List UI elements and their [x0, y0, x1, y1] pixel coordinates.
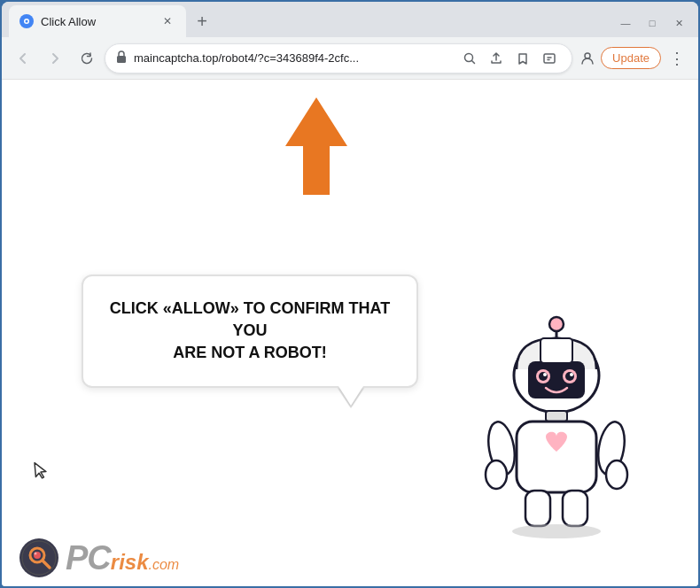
pcrisk-logo-icon — [19, 538, 58, 577]
bubble-text: CLICK «ALLOW» TO CONFIRM THAT YOU ARE NO… — [108, 298, 392, 365]
svg-point-9 — [549, 317, 564, 331]
svg-rect-3 — [117, 56, 126, 63]
svg-rect-24 — [525, 491, 550, 526]
pcrisk-logo-svg — [21, 540, 57, 576]
svg-rect-19 — [517, 422, 596, 492]
tab-favicon — [19, 14, 34, 28]
svg-point-21 — [486, 460, 507, 489]
update-button[interactable]: Update — [601, 47, 661, 69]
search-icon[interactable] — [458, 47, 481, 70]
toolbar-right: Update ⋮ — [576, 44, 691, 73]
browser-window: Click Allow ✕ + — □ ✕ — [2, 2, 698, 586]
tab-search-icon[interactable] — [538, 47, 561, 70]
browser-toolbar: maincaptcha.top/robot4/?c=343689f4-2cfc.… — [2, 37, 698, 80]
url-text: maincaptcha.top/robot4/?c=343689f4-2cfc.… — [134, 51, 451, 65]
active-tab[interactable]: Click Allow ✕ — [9, 5, 186, 37]
maximize-button[interactable]: □ — [640, 14, 665, 32]
svg-point-6 — [585, 53, 590, 58]
svg-point-15 — [565, 372, 574, 381]
svg-rect-27 — [541, 338, 572, 363]
browser-menu-button[interactable]: ⋮ — [663, 44, 691, 73]
robot-svg — [468, 303, 645, 551]
new-tab-button[interactable]: + — [190, 9, 214, 34]
pcrisk-com-text: .com — [149, 557, 180, 573]
svg-rect-18 — [546, 411, 567, 422]
robot-illustration — [468, 303, 645, 551]
refresh-button[interactable] — [73, 44, 101, 73]
minimize-button[interactable]: — — [613, 14, 638, 32]
svg-point-26 — [512, 524, 601, 538]
svg-point-2 — [26, 20, 28, 23]
pcrisk-pc-text: PC — [66, 541, 111, 575]
arrow-up-icon — [276, 97, 356, 195]
address-bar[interactable]: maincaptcha.top/robot4/?c=343689f4-2cfc.… — [105, 43, 572, 74]
svg-point-13 — [539, 372, 548, 381]
back-button[interactable] — [9, 44, 37, 73]
svg-rect-5 — [544, 54, 555, 63]
bookmark-icon[interactable] — [511, 47, 534, 70]
svg-rect-25 — [563, 491, 587, 526]
page-content: CLICK «ALLOW» TO CONFIRM THAT YOU ARE NO… — [2, 80, 698, 586]
speech-bubble: CLICK «ALLOW» TO CONFIRM THAT YOU ARE NO… — [82, 275, 418, 388]
tab-close-button[interactable]: ✕ — [159, 13, 175, 29]
svg-point-16 — [543, 373, 547, 376]
svg-point-23 — [606, 460, 627, 489]
tab-title-text: Click Allow — [41, 15, 152, 28]
svg-marker-7 — [285, 97, 347, 195]
address-bar-icons — [458, 47, 561, 70]
svg-point-17 — [570, 373, 573, 376]
pcrisk-text: PC risk .com — [66, 541, 179, 575]
pcrisk-risk-text: risk — [111, 552, 149, 573]
mouse-cursor — [33, 460, 51, 484]
lock-icon — [116, 50, 127, 66]
cursor-icon — [33, 460, 51, 480]
profile-icon[interactable] — [576, 47, 599, 70]
close-button[interactable]: ✕ — [666, 14, 691, 32]
share-icon[interactable] — [485, 47, 508, 70]
svg-point-31 — [35, 553, 37, 555]
arrow-indicator — [276, 97, 356, 198]
pcrisk-watermark: PC risk .com — [19, 538, 179, 577]
window-controls: — □ ✕ — [613, 14, 691, 32]
forward-button[interactable] — [41, 44, 69, 73]
tab-bar: Click Allow ✕ + — □ ✕ — [2, 2, 698, 37]
